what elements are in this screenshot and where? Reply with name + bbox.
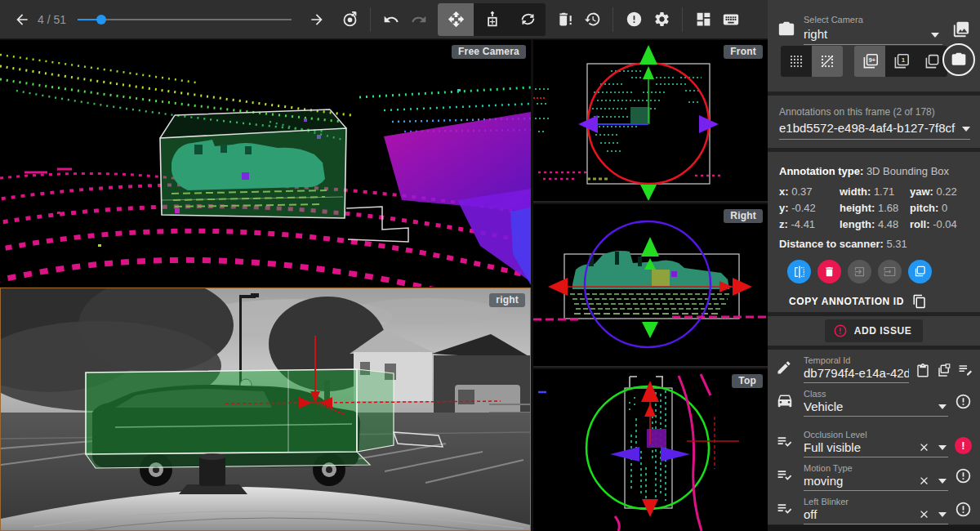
- right-view-viewport[interactable]: Right: [533, 204, 768, 368]
- left-blinker-dropdown[interactable]: off: [804, 507, 948, 524]
- annotation-id-dropdown[interactable]: e1bd5572-e498-4af4-b127-7f8cf6f1ee: [779, 118, 970, 140]
- top-view-viewport[interactable]: Top: [533, 369, 768, 531]
- class-label: Class: [804, 389, 948, 399]
- undo-button[interactable]: [377, 6, 405, 33]
- chevron-down-icon: [938, 445, 947, 450]
- prev-frame-button[interactable]: [8, 6, 36, 33]
- shortcuts-button[interactable]: [717, 6, 745, 33]
- grid-on-button[interactable]: [781, 46, 812, 77]
- occlusion-dropdown[interactable]: Full visible: [804, 440, 948, 457]
- distance-label: Distance to scanner:: [779, 238, 884, 250]
- copy-id-to-all-icon[interactable]: [937, 364, 951, 378]
- class-value: Vehicle: [804, 399, 930, 413]
- bbox-parameters-grid: x: 0.37 width: 1.71 yaw: 0.22 y: -0.42 h…: [779, 185, 969, 230]
- grid-off-button[interactable]: [812, 46, 843, 77]
- delete-annotation-button[interactable]: [817, 260, 841, 283]
- motion-type-dropdown[interactable]: moving: [804, 474, 948, 491]
- redo-button[interactable]: [405, 6, 433, 33]
- copy-annotation-id-button[interactable]: COPY ANNOTATION ID: [789, 294, 969, 309]
- issues-button[interactable]: [620, 6, 648, 33]
- front-view-viewport[interactable]: Front: [533, 40, 768, 203]
- param-yaw: yaw: 0.22: [910, 185, 969, 198]
- add-issue-label: ADD ISSUE: [854, 325, 912, 337]
- motion-type-label: Motion Type: [804, 463, 948, 473]
- move-tool-button[interactable]: [438, 3, 474, 36]
- right-view-scene: [533, 204, 768, 368]
- add-issue-button[interactable]: ADD ISSUE: [825, 319, 924, 342]
- point-grid-toggle-group: [781, 46, 843, 77]
- photo-library-icon[interactable]: [952, 20, 970, 42]
- annotation-id-value: e1bd5572-e498-4af4-b127-7f8cf6f1ee: [779, 121, 956, 135]
- toolbar-separator: [682, 7, 683, 32]
- trash-icon: [823, 266, 835, 278]
- delete-annotation-button[interactable]: [550, 6, 578, 33]
- chevron-down-icon: [938, 512, 947, 517]
- occlusion-issue-badge[interactable]: !: [955, 437, 972, 454]
- box-face-marker: [630, 107, 650, 124]
- chevron-down-icon: [938, 479, 947, 484]
- temporal-id-value: db7794f4-e14a-42dd-9c2: [804, 366, 909, 380]
- param-pitch: pitch: 0: [910, 202, 969, 214]
- camera-image-viewport[interactable]: right: [0, 288, 531, 531]
- export-annotation-button[interactable]: [848, 260, 871, 283]
- slider-thumb[interactable]: [96, 15, 106, 25]
- next-frame-button[interactable]: [303, 6, 331, 33]
- class-issue-icon[interactable]: [955, 393, 972, 413]
- point-cloud: [535, 71, 702, 151]
- track-target-button[interactable]: [336, 6, 363, 33]
- toolbar-separator: [612, 7, 613, 32]
- annotation-actions: [787, 260, 969, 283]
- distance-value: 5.31: [887, 238, 907, 250]
- playlist-check-icon: [776, 433, 797, 453]
- slider-track[interactable]: [78, 19, 292, 20]
- clear-blinker-icon[interactable]: [918, 508, 930, 520]
- translate-box-tool-button[interactable]: [474, 3, 510, 36]
- svg-text:9+: 9+: [868, 57, 875, 64]
- class-dropdown[interactable]: Vehicle: [804, 399, 948, 417]
- duplicate-annotation-button[interactable]: [908, 260, 932, 283]
- playlist-check-icon: [776, 500, 797, 520]
- history-button[interactable]: [578, 6, 606, 33]
- clear-occlusion-icon[interactable]: [918, 441, 930, 453]
- select-camera-dropdown[interactable]: Select Camera right: [804, 11, 942, 45]
- playlist-check-icon: [776, 466, 797, 487]
- motion-type-value: moving: [804, 474, 918, 488]
- ground-points: [538, 172, 723, 179]
- clear-motion-icon[interactable]: [918, 475, 930, 487]
- motion-issue-icon[interactable]: [955, 467, 972, 488]
- paste-id-icon[interactable]: [915, 364, 930, 378]
- import-annotation-button[interactable]: [878, 260, 902, 283]
- annotation-app: 4 / 51: [0, 0, 980, 531]
- camera-select-card: Select Camera right: [768, 0, 980, 91]
- filter-single-frame-button[interactable]: 1: [885, 46, 916, 77]
- param-width: width: 1.71: [840, 185, 910, 198]
- screenshot-camera-button[interactable]: [942, 43, 975, 76]
- annotation-type-line: Annotation type: 3D Bounding Box: [779, 165, 969, 177]
- filter-all-frames-button[interactable]: 9+: [854, 46, 885, 77]
- keyboard-icon: [722, 11, 740, 29]
- redo-icon: [411, 11, 427, 28]
- viewport-label: Front: [724, 45, 763, 59]
- copy-annotation-id-label: COPY ANNOTATION ID: [789, 296, 904, 307]
- param-x: x: 0.37: [779, 185, 840, 198]
- flip-annotation-button[interactable]: [787, 260, 811, 283]
- settings-button[interactable]: [648, 6, 675, 33]
- chevron-down-icon: [962, 127, 970, 132]
- gizmo-arrows: [610, 381, 690, 517]
- pencil-icon[interactable]: [776, 359, 797, 379]
- gear-icon: [653, 11, 670, 28]
- temporal-id-label: Temporal Id: [804, 355, 909, 365]
- layout-button[interactable]: [689, 6, 717, 33]
- param-z: z: -4.41: [779, 218, 840, 230]
- frame-slider[interactable]: [78, 14, 292, 25]
- param-height: height: 1.68: [840, 202, 910, 214]
- blinker-issue-icon[interactable]: [955, 501, 972, 521]
- param-roll: roll: -0.04: [910, 218, 969, 230]
- rotate-3d-icon: [519, 11, 537, 28]
- selected-bounding-box-3d: [160, 109, 346, 218]
- issue-card: ADD ISSUE: [768, 316, 980, 346]
- temporal-id-input[interactable]: db7794f4-e14a-42dd-9c2: [804, 366, 909, 383]
- rotate-tool-button[interactable]: [510, 3, 546, 36]
- lidar-free-camera-viewport[interactable]: Free Camera: [0, 40, 531, 287]
- playlist-edit-icon[interactable]: [958, 363, 973, 378]
